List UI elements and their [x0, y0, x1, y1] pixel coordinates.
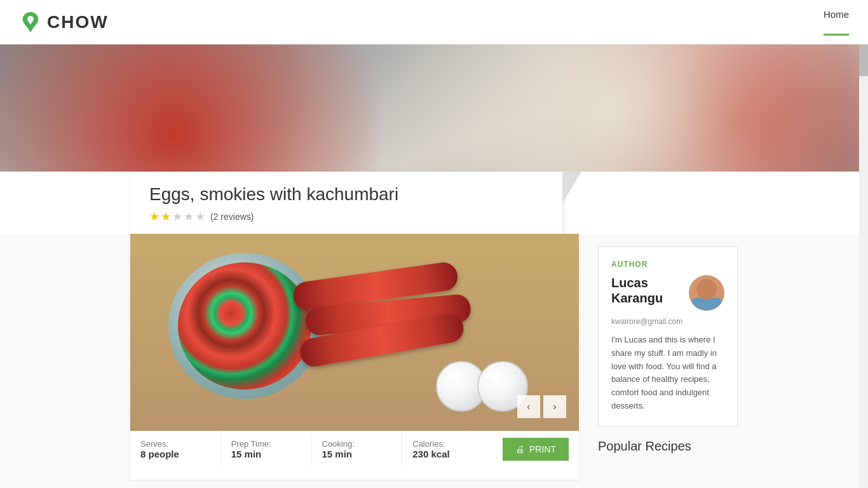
food-eggs	[445, 361, 528, 412]
slider-prev-button[interactable]: ‹	[517, 395, 540, 418]
author-section-label: AUTHOR	[611, 260, 724, 269]
author-avatar-image	[689, 275, 724, 311]
sidebar: AUTHOR Lucas Karangu kwairore@gmail.com …	[598, 234, 738, 480]
author-name: Lucas Karangu	[611, 275, 689, 306]
print-icon: 🖨	[515, 444, 524, 454]
serves-label: Serves:	[140, 439, 210, 449]
popular-recipes-section: Popular Recipes	[598, 439, 738, 454]
author-email: kwairore@gmail.com	[611, 317, 724, 326]
star-5: ★	[195, 210, 205, 224]
chow-logo-icon	[19, 11, 42, 34]
prep-value: 15 min	[231, 449, 301, 459]
avatar	[689, 275, 724, 311]
image-slider: ‹ ›	[130, 234, 579, 431]
cooking-value: 15 min	[322, 449, 392, 459]
cooking-meta: Cooking: 15 min	[312, 431, 403, 467]
brand-name: CHOW	[47, 12, 109, 32]
prep-meta: Prep Time: 15 min	[221, 431, 312, 467]
hero-background	[0, 44, 868, 172]
food-sausages	[293, 272, 484, 361]
star-4: ★	[184, 210, 194, 224]
calories-label: Calories:	[412, 439, 482, 449]
review-count: (2 reviews)	[210, 212, 254, 222]
slider-next-button[interactable]: ›	[543, 395, 566, 418]
serves-meta: Serves: 8 people	[130, 431, 221, 467]
recipe-title-card: Eggs, smokies with kachumbari ★ ★ ★ ★ ★ …	[130, 172, 562, 234]
rating-row: ★ ★ ★ ★ ★ (2 reviews)	[149, 210, 543, 224]
main-container: ‹ › Serves: 8 people Prep Time: 15 min C…	[0, 234, 868, 488]
print-button[interactable]: 🖨 PRINT	[503, 438, 569, 461]
star-3: ★	[172, 210, 182, 224]
popular-recipes-title: Popular Recipes	[598, 439, 738, 454]
star-1: ★	[149, 210, 159, 224]
recipe-title: Eggs, smokies with kachumbari	[149, 184, 543, 205]
serves-value: 8 people	[140, 449, 210, 459]
calories-value: 230 kcal	[412, 449, 482, 459]
prep-label: Prep Time:	[231, 439, 301, 449]
slider-navigation: ‹ ›	[517, 395, 566, 418]
nav-links: Home	[824, 9, 849, 36]
calories-meta: Calories: 230 kcal	[402, 431, 492, 467]
author-bio: I'm Lucas and this is where I share my s…	[611, 334, 724, 413]
navbar: CHOW Home	[0, 0, 868, 44]
cooking-label: Cooking:	[322, 439, 392, 449]
brand-logo[interactable]: CHOW	[19, 11, 109, 34]
nav-home[interactable]: Home	[824, 9, 849, 36]
hero-banner	[0, 44, 868, 172]
star-2: ★	[161, 210, 171, 224]
star-rating: ★ ★ ★ ★ ★	[149, 210, 205, 224]
author-header: Lucas Karangu	[611, 275, 724, 311]
print-label: PRINT	[529, 444, 556, 454]
author-card: AUTHOR Lucas Karangu kwairore@gmail.com …	[598, 247, 738, 426]
scrollbar-track[interactable]	[859, 0, 868, 488]
recipe-meta: Serves: 8 people Prep Time: 15 min Cooki…	[130, 431, 579, 467]
content-left: ‹ › Serves: 8 people Prep Time: 15 min C…	[130, 234, 579, 480]
